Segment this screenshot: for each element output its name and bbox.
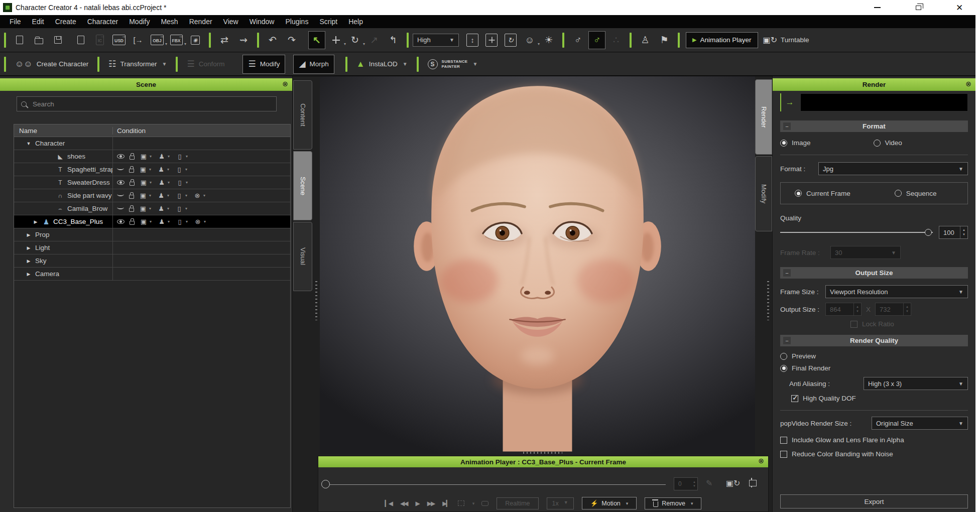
caret-down-icon[interactable]: ▾ — [186, 219, 190, 224]
loop-caret-icon[interactable]: ▾ — [472, 501, 474, 506]
minimize-button[interactable] — [871, 3, 884, 13]
collapse-icon[interactable]: − — [783, 337, 791, 344]
document-icon[interactable]: ▯ — [176, 153, 184, 160]
caret-down-icon[interactable]: ▾ — [186, 154, 190, 159]
create-character-button[interactable]: ☺☺ Create Character — [10, 55, 93, 74]
dof-checkbox[interactable] — [791, 395, 798, 402]
caret-down-icon[interactable]: ▾ — [204, 219, 208, 224]
mesh-icon[interactable]: ▣ — [139, 166, 147, 173]
reduce-banding-checkbox[interactable] — [780, 451, 787, 458]
obj-export-icon[interactable]: OBJ▾ — [149, 31, 166, 49]
sequence-radio[interactable] — [895, 190, 902, 197]
render-close-icon[interactable]: ⊗ — [965, 80, 971, 88]
rotate-tool-icon[interactable]: ↻▾ — [346, 31, 363, 49]
caret-down-icon[interactable]: ▾ — [167, 206, 171, 211]
video-radio[interactable] — [874, 140, 881, 147]
menu-edit[interactable]: Edit — [27, 16, 50, 27]
turntable-button[interactable]: ▣↻ Turntable — [763, 35, 809, 45]
animation-player-close-icon[interactable]: ⊗ — [758, 457, 764, 465]
fbx-export-icon[interactable]: FBX▾ — [168, 31, 185, 49]
caret-down-icon[interactable]: ▾ — [185, 193, 189, 198]
section-render-quality[interactable]: − Render Quality — [780, 335, 968, 346]
morph-button[interactable]: ◢ Morph — [293, 55, 334, 74]
redo-icon[interactable]: ↷ — [283, 31, 300, 49]
play-icon[interactable]: ▶ — [416, 500, 419, 507]
column-name[interactable]: Name — [14, 127, 113, 135]
caret-down-icon[interactable]: ▾ — [150, 180, 154, 185]
visibility-icon[interactable] — [117, 154, 125, 159]
quality-slider[interactable] — [780, 228, 933, 236]
tab-render[interactable]: Render — [755, 79, 772, 155]
camera-pan-icon[interactable] — [483, 31, 500, 49]
section-output-size[interactable]: − Output Size — [780, 267, 968, 279]
mesh-icon[interactable]: ▣ — [140, 218, 148, 225]
usd-export-icon[interactable]: USD — [110, 31, 128, 49]
unlock-icon[interactable] — [129, 208, 134, 212]
menu-file[interactable]: File — [4, 16, 27, 27]
unlock-icon[interactable] — [130, 221, 135, 225]
current-frame-radio[interactable] — [795, 190, 802, 197]
caret-down-icon[interactable]: ▾ — [168, 180, 172, 185]
turntable-view-icon[interactable]: ▣↻ — [726, 478, 741, 488]
export-button[interactable]: Export — [780, 494, 968, 508]
table-row[interactable]: ∩Side part wavy▣▾♟▾▯▾⊗▾ — [14, 189, 290, 202]
pose-b-icon[interactable]: ♂ — [588, 31, 605, 49]
menu-modify[interactable]: Modify — [124, 16, 155, 27]
column-condition[interactable]: Condition — [113, 127, 146, 135]
popvideo-dropdown[interactable]: Original Size▼ — [872, 417, 968, 430]
collapse-icon[interactable]: − — [783, 122, 791, 130]
caret-down-icon[interactable]: ▾ — [149, 167, 153, 172]
move-tool-icon[interactable]: ▾ — [327, 31, 344, 49]
exclude-icon[interactable]: ⊗ — [194, 218, 202, 225]
viewport-3d[interactable] — [320, 76, 755, 454]
pose-a-icon[interactable]: ♂ — [569, 31, 586, 49]
visibility-icon[interactable] — [117, 180, 125, 185]
select-tool-icon[interactable]: ↖ — [308, 31, 325, 49]
left-splitter-handle[interactable] — [315, 281, 317, 320]
unlock-icon[interactable] — [129, 169, 134, 173]
menu-character[interactable]: Character — [82, 16, 124, 27]
timeline-handle[interactable] — [321, 480, 330, 488]
caret-down-icon[interactable]: ▾ — [168, 219, 172, 224]
render-media-icon[interactable]: ◉ — [187, 31, 204, 49]
stand-pose-icon[interactable]: ♙ — [637, 31, 654, 49]
caret-down-icon[interactable]: ▾ — [168, 154, 172, 159]
dual-view-icon[interactable] — [751, 478, 752, 487]
motion-button[interactable]: ⚡ Motion ▾ — [582, 497, 637, 509]
table-row[interactable]: ⌢Camila_Brow▣▾♟▾▯▾ — [14, 202, 290, 215]
menu-mesh[interactable]: Mesh — [155, 16, 183, 27]
unlock-icon[interactable] — [129, 195, 134, 199]
menu-window[interactable]: Window — [244, 16, 280, 27]
caret-down-icon[interactable]: ▾ — [185, 206, 189, 211]
material-icon[interactable]: ♟ — [157, 205, 165, 212]
document-icon[interactable]: ▯ — [175, 205, 183, 212]
unlock-icon[interactable] — [130, 182, 135, 186]
table-row[interactable]: ▶Sky — [14, 254, 290, 268]
loop-icon[interactable] — [458, 500, 464, 506]
character-swap-icon[interactable]: ⇄ — [216, 31, 233, 49]
camera-dolly-icon[interactable]: ↕ — [464, 31, 481, 49]
material-icon[interactable]: ♟ — [157, 166, 165, 173]
material-icon[interactable]: ♟ — [157, 192, 165, 199]
import-character-icon[interactable] — [72, 31, 89, 49]
render-export-icon[interactable]: → — [780, 93, 798, 111]
unlock-icon[interactable] — [130, 156, 135, 160]
quality-spinner[interactable]: 100 ▲▼ — [939, 226, 968, 239]
caret-down-icon[interactable]: ▾ — [185, 167, 189, 172]
caret-down-icon[interactable]: ▾ — [167, 193, 171, 198]
mesh-icon[interactable]: ▣ — [140, 153, 148, 160]
caret-down-icon[interactable]: ▾ — [149, 206, 153, 211]
caret-down-icon[interactable]: ▾ — [167, 167, 171, 172]
tab-modify[interactable]: Modify — [755, 156, 772, 231]
flag-icon[interactable]: ⚑ — [656, 31, 673, 49]
bottom-splitter-handle[interactable] — [523, 452, 562, 454]
table-row[interactable]: ▶Light — [14, 241, 290, 254]
visibility-icon[interactable] — [117, 219, 125, 224]
material-icon[interactable]: ♟ — [158, 179, 166, 186]
search-input[interactable] — [32, 100, 272, 108]
document-icon[interactable]: ▯ — [175, 166, 183, 173]
visibility-icon[interactable] — [117, 205, 124, 209]
instalod-button[interactable]: ▲ InstaLOD▼ — [351, 55, 413, 74]
expander-icon[interactable]: ▶ — [25, 232, 32, 237]
collapse-icon[interactable]: − — [783, 269, 791, 277]
